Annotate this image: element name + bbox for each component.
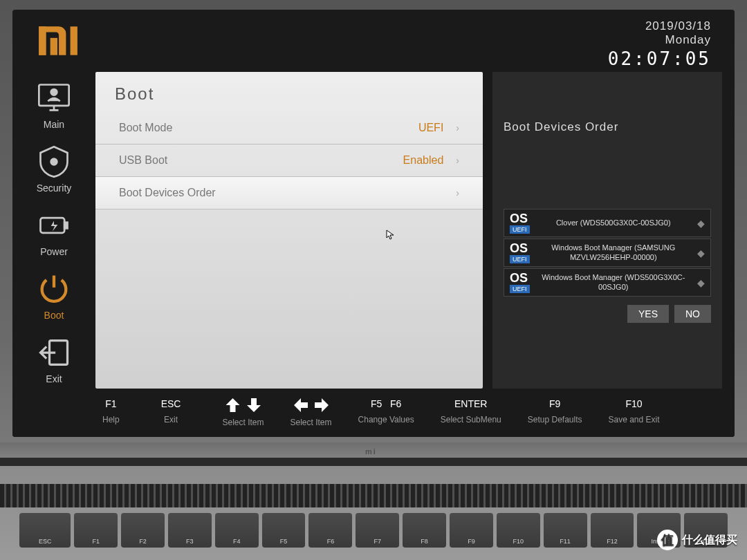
key-desc: Exit — [164, 415, 178, 424]
boot-device-row[interactable]: OS UEFI Clover (WDS500G3X0C-00SJG0) ◆ — [504, 209, 711, 237]
setting-value: Enabled — [403, 154, 444, 166]
laptop-hinge — [0, 458, 747, 466]
power-icon — [36, 271, 72, 307]
sort-icon[interactable]: ◆ — [697, 277, 705, 288]
key-label: F1 — [105, 398, 116, 409]
watermark-badge-icon: 值 — [657, 530, 678, 550]
watermark-text: 什么值得买 — [682, 533, 737, 548]
time-text: 02:07:05 — [608, 48, 711, 69]
setting-boot-mode[interactable]: Boot Mode UEFI› — [95, 112, 483, 144]
mi-logo-icon — [36, 19, 79, 62]
svg-rect-2 — [71, 26, 77, 55]
key-label: ESC — [161, 398, 181, 409]
uefi-badge: UEFI — [510, 285, 530, 293]
os-badge: OS UEFI — [510, 272, 530, 293]
header: 2019/03/18 Monday 02:07:05 — [12, 10, 735, 72]
panel-title: Boot — [95, 72, 483, 112]
key-label: F5 F6 — [371, 398, 401, 409]
watermark: 值 什么值得买 — [657, 530, 737, 550]
hint-esc: ESC Exit — [161, 398, 181, 424]
keyboard-key: F4 — [215, 513, 259, 548]
hint-leftright: Select Item — [290, 398, 332, 427]
keyboard-key: F8 — [403, 513, 446, 548]
key-desc: Change Values — [358, 415, 414, 424]
setting-label: Boot Devices Order — [119, 187, 216, 199]
sidebar-item-label: Boot — [44, 310, 64, 321]
sidebar-item-security[interactable]: Security — [24, 140, 84, 198]
key-desc: Save and Exit — [609, 415, 660, 424]
battery-icon — [36, 207, 72, 243]
chevron-right-icon: › — [456, 155, 459, 166]
boot-device-row[interactable]: OS UEFI Windows Boot Manager (WDS500G3X0… — [504, 268, 711, 297]
sidebar-item-boot[interactable]: Boot — [24, 267, 84, 325]
os-badge: OS UEFI — [510, 212, 530, 234]
setting-boot-devices-order[interactable]: Boot Devices Order › — [95, 177, 483, 209]
key-desc: Select Item — [222, 418, 264, 427]
setting-label: USB Boot — [119, 154, 167, 167]
footer-hints: F1 Help ESC Exit Select Item — [12, 389, 735, 437]
settings-panel: Boot Boot Mode UEFI› USB Boot Enabled› B… — [95, 72, 483, 389]
hint-updown: Select Item — [222, 398, 264, 427]
chevron-right-icon: › — [456, 122, 459, 133]
key-desc: Select Item — [290, 418, 332, 427]
keyboard: ESCF1F2F3F4F5F6F7F8F9F10F11F12InsertPrtS… — [19, 513, 728, 560]
svg-rect-1 — [50, 38, 57, 55]
uefi-badge: UEFI — [510, 225, 530, 234]
arrow-down-icon — [247, 398, 261, 412]
sidebar-item-label: Security — [37, 183, 72, 194]
key-label: F10 — [625, 398, 642, 409]
boot-device-row[interactable]: OS UEFI Windows Boot Manager (SAMSUNG MZ… — [504, 239, 711, 267]
setting-label: Boot Mode — [119, 122, 172, 134]
device-name: Clover (WDS500G3X0C-00SJG0) — [535, 218, 692, 227]
detail-panel: Boot Devices Order OS UEFI Clover (WDS50… — [492, 72, 722, 389]
screen: 2019/03/18 Monday 02:07:05 Main — [12, 10, 735, 437]
chevron-right-icon: › — [456, 187, 459, 198]
datetime: 2019/03/18 Monday 02:07:05 — [608, 19, 711, 66]
no-button[interactable]: NO — [674, 305, 711, 323]
sort-icon[interactable]: ◆ — [697, 248, 705, 259]
svg-point-5 — [51, 159, 57, 165]
svg-point-4 — [51, 89, 57, 95]
arrow-left-icon — [294, 398, 308, 412]
sidebar-item-exit[interactable]: Exit — [24, 330, 84, 389]
keyboard-key: F12 — [591, 513, 634, 548]
sort-icon[interactable]: ◆ — [697, 218, 705, 229]
keyboard-key: F11 — [544, 513, 587, 548]
keyboard-key: F3 — [168, 513, 212, 548]
keyboard-key: F1 — [74, 513, 118, 548]
detail-title: Boot Devices Order — [504, 120, 711, 134]
sidebar-item-main[interactable]: Main — [24, 76, 84, 134]
keyboard-key: ESC — [19, 513, 71, 548]
yes-button[interactable]: YES — [627, 305, 669, 323]
laptop-frame: 2019/03/18 Monday 02:07:05 Main — [0, 0, 747, 560]
arrows-updown — [226, 398, 261, 412]
shield-icon — [36, 144, 72, 180]
key-label: F9 — [549, 398, 560, 409]
os-badge: OS UEFI — [510, 242, 530, 263]
hint-f9: F9 Setup Defaults — [528, 398, 582, 424]
device-name: Windows Boot Manager (WDS500G3X0C-00SJG0… — [535, 273, 692, 291]
key-desc: Select SubMenu — [441, 415, 501, 424]
svg-rect-7 — [64, 223, 67, 229]
laptop-logo: mi — [365, 447, 377, 456]
os-text: OS — [510, 212, 528, 225]
sidebar-item-power[interactable]: Power — [24, 203, 84, 261]
setting-usb-boot[interactable]: USB Boot Enabled› — [95, 144, 483, 177]
sidebar: Main Security — [12, 72, 95, 389]
arrows-leftright — [294, 398, 329, 412]
arrow-up-icon — [226, 398, 240, 412]
keyboard-key: F10 — [497, 513, 540, 548]
uefi-badge: UEFI — [510, 255, 530, 263]
arrow-right-icon — [315, 398, 329, 412]
keyboard-key: F9 — [450, 513, 493, 548]
date-text: 2019/03/18 — [608, 19, 711, 33]
hint-enter: ENTER Select SubMenu — [441, 398, 501, 424]
key-desc: Help — [102, 415, 120, 424]
main-area: Main Security — [12, 72, 735, 389]
setting-value: UEFI — [418, 122, 443, 133]
hint-f5f6: F5 F6 Change Values — [358, 398, 414, 424]
day-text: Monday — [608, 33, 711, 47]
keyboard-key: F5 — [262, 513, 306, 548]
boot-device-list: OS UEFI Clover (WDS500G3X0C-00SJG0) ◆ OS… — [504, 209, 711, 297]
bios-ui: 2019/03/18 Monday 02:07:05 Main — [12, 10, 735, 437]
